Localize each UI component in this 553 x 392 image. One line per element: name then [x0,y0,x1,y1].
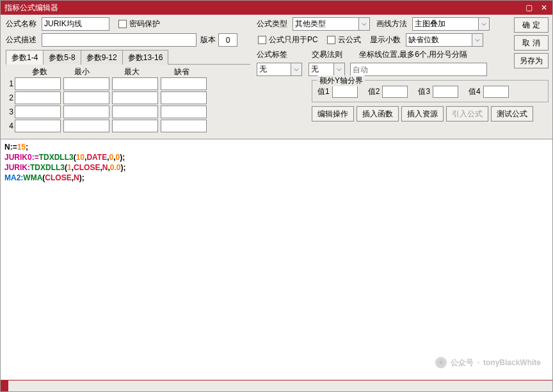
chevron-down-icon[interactable] [291,63,302,76]
param-headers: 参数 最小 最大 缺省 [6,67,250,77]
watermark: ✦ 公众号 · tonyBlackWhite [435,357,541,368]
label-rule: 交易法则 [312,49,359,60]
param-row: 2 [6,91,250,104]
code-editor[interactable]: N:=15; JURIK0:=TDXDLL3(10,DATE,0,0); JUR… [1,139,552,381]
header-param: 参数 [22,67,57,77]
param-def-3[interactable] [161,106,207,118]
y-value-2[interactable] [382,86,408,98]
param-row: 1 [6,77,250,90]
param-min-4[interactable] [63,120,109,132]
param-max-4[interactable] [112,120,158,132]
window-title: 指标公式编辑器 [4,3,58,13]
param-tabs: 参数1-4 参数5-8 参数9-12 参数13-16 [6,49,250,65]
tab-params-1-4[interactable]: 参数1-4 [6,50,44,65]
right-panel: 确 定 取 消 另存为 公式类型 画线方法 公式只用于PC [254,15,552,139]
password-checkbox[interactable] [118,20,127,28]
chevron-down-icon[interactable] [479,17,490,31]
extra-y-fieldset: 额外Y轴分界 值1 值2 值3 值4 [312,80,549,102]
left-panel: 公式名称 密码保护 公式描述 版本 参数1-4 参数5-8 参数9-12 参数1… [1,15,254,139]
extra-y-legend: 额外Y轴分界 [317,75,365,86]
top-area: 公式名称 密码保护 公式描述 版本 参数1-4 参数5-8 参数9-12 参数1… [1,15,552,139]
param-min-2[interactable] [63,91,109,104]
status-bar [1,380,552,391]
param-max-1[interactable] [112,77,158,90]
formula-desc-input[interactable] [42,33,196,47]
label-cursor-hint: 坐标线位置,最多6个,用分号分隔 [359,49,467,60]
y-value-1[interactable] [332,86,358,98]
formula-tag-combo[interactable] [257,63,302,76]
cloud-checkbox[interactable] [327,36,335,44]
trade-rule-combo[interactable] [309,63,345,76]
param-max-2[interactable] [112,91,158,104]
wechat-icon: ✦ [435,357,447,368]
draw-method-combo[interactable] [412,17,490,31]
titlebar: 指标公式编辑器 ▢ ✕ [1,1,552,15]
label-pc-only: 公式只用于PC [269,35,318,45]
param-row: 4 [6,120,250,132]
param-def-1[interactable] [161,77,207,90]
param-def-4[interactable] [161,120,207,132]
minimize-icon[interactable]: ▢ [524,3,533,12]
label-desc: 公式描述 [6,35,42,45]
version-input[interactable] [218,33,237,47]
ok-button[interactable]: 确 定 [514,17,549,33]
tab-params-13-16[interactable]: 参数13-16 [122,50,169,65]
label-name: 公式名称 [6,19,42,29]
chevron-down-icon[interactable] [359,17,370,31]
label-type: 公式类型 [257,19,293,29]
param-row: 3 [6,106,250,118]
y-value-3[interactable] [433,86,458,98]
label-draw: 画线方法 [376,19,412,29]
edit-op-button[interactable]: 编辑操作 [312,106,354,122]
label-cloud: 云公式 [338,35,361,45]
param-name-3[interactable] [15,106,61,118]
window: 指标公式编辑器 ▢ ✕ 公式名称 密码保护 公式描述 版本 参数1-4 [0,0,553,392]
param-grid: 1 2 3 [6,77,250,132]
param-def-2[interactable] [161,91,207,104]
label-version: 版本 [200,35,216,45]
label-tag: 公式标签 [257,49,312,60]
cursor-position-input[interactable] [350,63,487,76]
param-max-3[interactable] [112,106,158,118]
param-name-1[interactable] [15,77,61,90]
param-min-3[interactable] [63,106,109,118]
formula-type-combo[interactable] [293,17,370,31]
label-password: 密码保护 [129,19,160,29]
y-value-4[interactable] [483,86,509,98]
decimal-combo[interactable] [406,33,483,47]
test-button[interactable]: 测试公式 [491,106,533,122]
tab-params-5-8[interactable]: 参数5-8 [43,50,81,65]
save-as-button[interactable]: 另存为 [514,53,549,68]
import-button[interactable]: 引入公式 [446,106,488,122]
label-decimal: 显示小数 [370,35,406,45]
header-min: 最小 [57,67,107,77]
insert-res-button[interactable]: 插入资源 [401,106,444,122]
chevron-down-icon[interactable] [334,63,345,76]
formula-name-input[interactable] [42,17,109,31]
header-default: 缺省 [157,67,207,77]
cancel-button[interactable]: 取 消 [514,35,549,51]
param-min-1[interactable] [63,77,109,90]
close-icon[interactable]: ✕ [540,3,549,12]
param-name-2[interactable] [15,91,61,104]
insert-fn-button[interactable]: 插入函数 [357,106,399,122]
chevron-down-icon[interactable] [472,33,483,47]
header-max: 最大 [107,67,157,77]
tab-params-9-12[interactable]: 参数9-12 [81,50,123,65]
param-name-4[interactable] [15,120,61,132]
pc-only-checkbox[interactable] [258,36,266,44]
